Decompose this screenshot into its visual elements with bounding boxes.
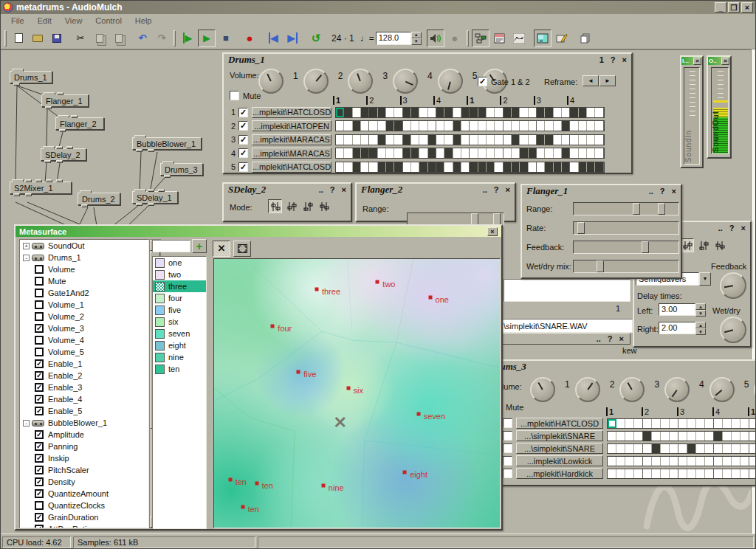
step-cell[interactable] <box>470 148 478 158</box>
slider-handle[interactable] <box>633 203 640 215</box>
surface-point-three[interactable] <box>315 288 318 291</box>
step-cell[interactable] <box>453 108 461 117</box>
step-cell[interactable] <box>587 121 595 131</box>
step-cell[interactable] <box>529 148 537 158</box>
step-cell[interactable] <box>369 148 377 158</box>
step-cell[interactable] <box>504 162 512 172</box>
surface-cursor[interactable]: ✕ <box>333 413 346 432</box>
step-cell[interactable] <box>723 444 732 453</box>
automation-button[interactable] <box>510 30 528 47</box>
step-cell[interactable] <box>652 432 661 441</box>
collapse-icon[interactable]: - <box>23 420 30 427</box>
step-cell[interactable] <box>495 108 503 117</box>
step-cell[interactable] <box>740 457 749 466</box>
step-cell[interactable] <box>562 108 570 117</box>
slider-track[interactable] <box>573 202 679 215</box>
tree-item-pitchscaler[interactable]: ✓PitchScaler <box>20 464 148 476</box>
step-cell[interactable] <box>554 121 562 131</box>
occluded-help-button[interactable]: ? <box>608 334 613 343</box>
tree-item-enable_4[interactable]: ✓Enable_4 <box>20 393 148 405</box>
step-cell[interactable] <box>444 121 453 131</box>
step-cell[interactable] <box>579 148 587 158</box>
tree-item-drums_1[interactable]: -Drums_1 <box>20 252 148 263</box>
step-cell[interactable] <box>643 469 652 478</box>
step-cell[interactable] <box>436 162 444 172</box>
tree-item-enable_5[interactable]: ✓Enable_5 <box>20 405 148 417</box>
step-cell[interactable] <box>504 135 512 145</box>
snapshot-item-six[interactable]: six <box>153 316 206 328</box>
row-enable-checkbox[interactable]: ✓ <box>238 162 248 172</box>
step-cell[interactable] <box>394 162 402 172</box>
patcher-node-bubbleblower_1[interactable]: BubbleBlower_1 <box>132 137 202 150</box>
parameter-checkbox[interactable]: ✓ <box>35 324 44 333</box>
step-cell[interactable] <box>661 419 670 428</box>
tree-item-volume_2[interactable]: Volume_2 <box>20 311 148 322</box>
step-cell[interactable] <box>411 148 419 158</box>
slider-handle[interactable] <box>471 213 478 225</box>
sdelay1-feedback-knob[interactable] <box>720 272 746 299</box>
step-cell[interactable] <box>436 108 444 117</box>
sample-name-button[interactable]: ...implekit\HATOPEN <box>252 120 331 131</box>
step-cell[interactable] <box>740 419 749 428</box>
surface-point-ten[interactable] <box>228 478 232 482</box>
window-metasurface[interactable]: Metasurface × +SoundOut-Drums_1VolumeMut… <box>14 224 503 531</box>
output-nub[interactable] <box>56 160 63 163</box>
output-nub[interactable] <box>45 106 52 109</box>
tree-item-volume_5[interactable]: Volume_5 <box>20 346 148 358</box>
close-button[interactable]: × <box>741 2 753 13</box>
step-cell[interactable] <box>643 457 652 466</box>
step-cell[interactable] <box>579 162 587 172</box>
step-cell[interactable] <box>562 148 570 158</box>
menu-control[interactable]: Control <box>89 15 127 26</box>
step-cell[interactable] <box>403 162 411 172</box>
step-cell[interactable] <box>670 444 678 453</box>
patch-cord[interactable] <box>150 152 157 193</box>
add-snapshot-button[interactable]: + <box>192 239 207 253</box>
soundout-meter-window[interactable]: O.. × SoundOut <box>707 55 732 159</box>
step-cell[interactable] <box>554 108 562 117</box>
new-button[interactable] <box>10 30 27 47</box>
step-cell[interactable] <box>634 444 643 453</box>
parameter-checkbox[interactable]: ✓ <box>35 371 44 380</box>
step-cell[interactable] <box>554 135 562 145</box>
step-cell[interactable] <box>634 469 643 478</box>
step-cell[interactable] <box>369 162 377 172</box>
step-cell[interactable] <box>595 162 603 172</box>
expand-surface-button[interactable] <box>233 241 251 257</box>
step-cell[interactable] <box>428 162 436 172</box>
step-cell[interactable] <box>554 148 562 158</box>
snapshot-item-three[interactable]: three <box>153 280 206 292</box>
drums1-reframe-right-button[interactable]: ► <box>599 75 616 86</box>
patcher-node-flanger_2[interactable]: Flanger_2 <box>55 117 104 130</box>
step-cell[interactable] <box>378 162 386 172</box>
step-cell[interactable] <box>696 469 705 478</box>
delay-mode-button-4[interactable] <box>712 238 726 252</box>
step-cell[interactable] <box>512 162 520 172</box>
input-nub[interactable] <box>56 179 63 182</box>
tempo-input[interactable]: 128.0 <box>376 32 411 45</box>
step-cell[interactable] <box>608 444 616 453</box>
step-cell[interactable] <box>579 108 587 117</box>
tree-item-bubbleblower_1[interactable]: -BubbleBlower_1 <box>20 417 148 429</box>
patch-cord[interactable] <box>27 202 83 226</box>
output-nub[interactable] <box>13 193 20 196</box>
step-cell[interactable] <box>696 457 705 466</box>
step-cell[interactable] <box>487 162 495 172</box>
row-enable-checkbox[interactable] <box>503 431 512 441</box>
tree-item-gate1and2[interactable]: Gate1And2 <box>20 287 148 299</box>
step-cell[interactable] <box>353 121 361 131</box>
step-cell[interactable] <box>587 162 595 172</box>
step-cell[interactable] <box>696 419 705 428</box>
step-cell[interactable] <box>749 444 756 453</box>
drums1-mute-checkbox[interactable] <box>230 91 239 100</box>
step-cell[interactable] <box>678 457 687 466</box>
step-cell[interactable] <box>361 135 369 145</box>
step-cell[interactable] <box>512 135 520 145</box>
step-cell[interactable] <box>419 135 427 145</box>
paste-button[interactable] <box>110 30 128 47</box>
tree-item-quantizeamount[interactable]: ✓QuantizeAmount <box>20 488 148 500</box>
step-cell[interactable] <box>587 108 595 117</box>
slider-handle[interactable] <box>642 241 649 253</box>
patch-cord[interactable] <box>16 202 67 226</box>
soundin-title-bar[interactable]: I... × <box>681 57 702 65</box>
